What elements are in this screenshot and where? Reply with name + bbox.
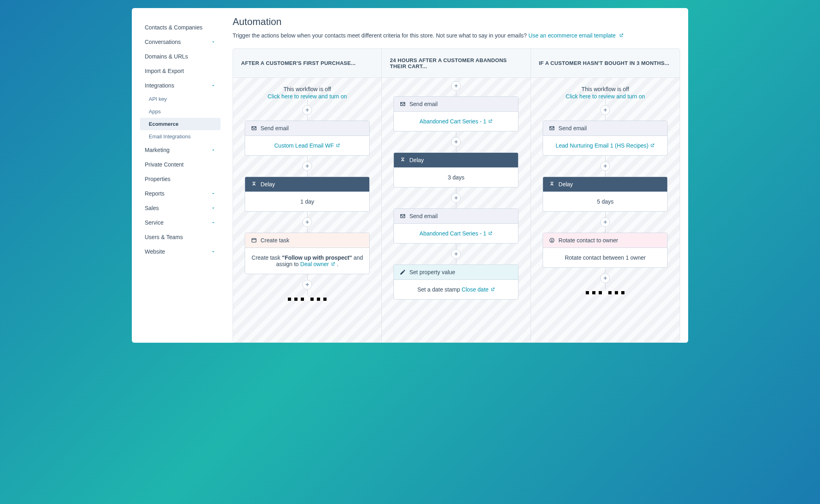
action-header: Send email bbox=[394, 209, 518, 224]
delay-icon bbox=[400, 157, 406, 163]
add-step-button[interactable]: + bbox=[600, 161, 610, 171]
sidebar-item-private-content[interactable]: Private Content bbox=[140, 157, 221, 172]
workflow-action-card[interactable]: Delay1 day bbox=[245, 177, 370, 212]
sidebar-item-label: Properties bbox=[145, 176, 171, 182]
connector-line bbox=[605, 171, 606, 177]
add-step-button[interactable]: + bbox=[600, 217, 610, 227]
workflow-action-card[interactable]: Create taskCreate task "Follow up with p… bbox=[245, 233, 370, 274]
add-step-button[interactable]: + bbox=[600, 105, 610, 115]
create-task-icon bbox=[251, 237, 257, 244]
connector-line bbox=[307, 156, 308, 161]
sidebar-item-marketing[interactable]: Marketing bbox=[140, 143, 221, 157]
add-step-button[interactable]: + bbox=[451, 249, 461, 259]
action-body: Set a date stamp Close date bbox=[394, 280, 518, 299]
sidebar-subitem-api-key[interactable]: API key bbox=[140, 93, 221, 105]
action-body-inline-link[interactable]: Deal owner bbox=[300, 261, 335, 267]
sidebar-item-label: Reports bbox=[145, 190, 164, 197]
workflow-action-card[interactable]: Send emailCustom Lead Email WF bbox=[245, 121, 370, 156]
action-body-link[interactable]: Abandoned Cart Series - 1 bbox=[420, 118, 493, 125]
add-step-button[interactable]: + bbox=[600, 273, 610, 283]
send-email-icon bbox=[251, 125, 257, 131]
action-body: 1 day bbox=[245, 192, 369, 211]
ecommerce-template-link-text: Use an ecommerce email template bbox=[529, 32, 616, 39]
set-property-icon bbox=[400, 269, 406, 275]
connector-line bbox=[456, 259, 456, 264]
sidebar-item-website[interactable]: Website bbox=[140, 244, 221, 259]
sidebar-item-users-teams[interactable]: Users & Teams bbox=[140, 230, 221, 244]
action-header: Send email bbox=[394, 97, 518, 112]
main-content: Automation Trigger the actions below whe… bbox=[233, 16, 680, 343]
sidebar-item-label: Service bbox=[145, 219, 164, 226]
chevron-down-icon bbox=[211, 83, 216, 88]
action-body-link[interactable]: Lead Nurturing Email 1 (HS Recipes) bbox=[556, 142, 655, 149]
add-step-button[interactable]: + bbox=[302, 280, 312, 289]
action-header: Set property value bbox=[394, 265, 518, 280]
loading-checkers bbox=[586, 289, 624, 298]
workflow-turn-on-link[interactable]: Click here to review and turn on bbox=[566, 93, 645, 100]
workflow-body: This workflow is offClick here to review… bbox=[531, 78, 680, 342]
workflow-action-card[interactable]: Delay5 days bbox=[543, 177, 668, 212]
workflow-action-card[interactable]: Send emailAbandoned Cart Series - 1 bbox=[393, 96, 518, 131]
add-step-button[interactable]: + bbox=[451, 193, 461, 203]
action-body-inline-link[interactable]: Close date bbox=[462, 286, 495, 293]
page-subtitle: Trigger the actions below when your cont… bbox=[233, 32, 680, 39]
sidebar: Contacts & CompaniesConversationsDomains… bbox=[140, 16, 221, 343]
workflow-action-card[interactable]: Rotate contact to ownerRotate contact be… bbox=[543, 233, 668, 268]
action-header: Delay bbox=[394, 153, 518, 168]
chevron-down-icon bbox=[211, 206, 216, 210]
sidebar-subitem-apps[interactable]: Apps bbox=[140, 105, 221, 118]
external-link-icon bbox=[488, 231, 493, 236]
chevron-down-icon bbox=[211, 249, 216, 254]
action-body-link[interactable]: Abandoned Cart Series - 1 bbox=[420, 230, 493, 237]
workflow-action-card[interactable]: Send emailLead Nurturing Email 1 (HS Rec… bbox=[543, 121, 668, 156]
workflow-turn-on-link[interactable]: Click here to review and turn on bbox=[268, 93, 347, 100]
chevron-down-icon bbox=[211, 220, 216, 225]
sidebar-item-domains-urls[interactable]: Domains & URLs bbox=[140, 49, 221, 64]
sidebar-item-conversations[interactable]: Conversations bbox=[140, 35, 221, 49]
connector-line bbox=[307, 212, 308, 217]
workflow-action-card[interactable]: Send emailAbandoned Cart Series - 1 bbox=[393, 208, 518, 244]
action-body: Rotate contact between 1 owner bbox=[543, 248, 667, 267]
sidebar-item-label: Website bbox=[145, 248, 165, 255]
sidebar-item-service[interactable]: Service bbox=[140, 215, 221, 230]
add-step-button[interactable]: + bbox=[451, 81, 461, 91]
action-body-link[interactable]: Custom Lead Email WF bbox=[274, 142, 340, 149]
ecommerce-template-link[interactable]: Use an ecommerce email template bbox=[529, 32, 624, 39]
action-header-label: Rotate contact to owner bbox=[558, 237, 618, 244]
sidebar-item-import-export[interactable]: Import & Export bbox=[140, 64, 221, 78]
app-layout: Contacts & CompaniesConversationsDomains… bbox=[140, 16, 680, 343]
add-step-button[interactable]: + bbox=[302, 105, 312, 115]
chevron-down-icon bbox=[211, 191, 216, 196]
sidebar-item-contacts-companies[interactable]: Contacts & Companies bbox=[140, 20, 221, 35]
sidebar-subitem-ecommerce[interactable]: Ecommerce bbox=[140, 118, 221, 130]
send-email-icon bbox=[400, 101, 406, 107]
external-link-icon bbox=[490, 287, 495, 292]
external-link-icon bbox=[650, 143, 655, 148]
external-link-icon bbox=[619, 33, 624, 38]
action-header-label: Send email bbox=[260, 125, 289, 131]
sidebar-item-sales[interactable]: Sales bbox=[140, 201, 221, 215]
action-body: 5 days bbox=[543, 192, 667, 211]
connector-line bbox=[605, 268, 606, 273]
external-link-icon bbox=[335, 143, 340, 148]
sidebar-item-label: Domains & URLs bbox=[145, 53, 188, 60]
sidebar-item-integrations[interactable]: Integrations bbox=[140, 78, 221, 93]
action-header: Rotate contact to owner bbox=[543, 233, 667, 248]
workflow-action-card[interactable]: Delay3 days bbox=[393, 152, 518, 187]
action-header-label: Send email bbox=[558, 125, 587, 131]
workflow-body: +Send emailAbandoned Cart Series - 1+Del… bbox=[382, 78, 530, 342]
action-header-label: Delay bbox=[558, 181, 573, 187]
add-step-button[interactable]: + bbox=[302, 161, 312, 171]
sidebar-subitem-email-integrations[interactable]: Email Integrations bbox=[140, 130, 221, 143]
rotate-icon bbox=[549, 237, 555, 244]
add-step-button[interactable]: + bbox=[451, 137, 461, 147]
workflow-column: 24 HOURS AFTER A CUSTOMER ABANDONS THEIR… bbox=[382, 49, 531, 342]
sidebar-item-label: Import & Export bbox=[145, 68, 184, 74]
sidebar-item-properties[interactable]: Properties bbox=[140, 172, 221, 186]
sidebar-item-reports[interactable]: Reports bbox=[140, 186, 221, 201]
send-email-icon bbox=[400, 213, 406, 219]
add-step-button[interactable]: + bbox=[302, 217, 312, 227]
action-header-label: Create task bbox=[260, 237, 289, 244]
chevron-down-icon bbox=[211, 40, 216, 44]
workflow-action-card[interactable]: Set property valueSet a date stamp Close… bbox=[393, 264, 518, 300]
